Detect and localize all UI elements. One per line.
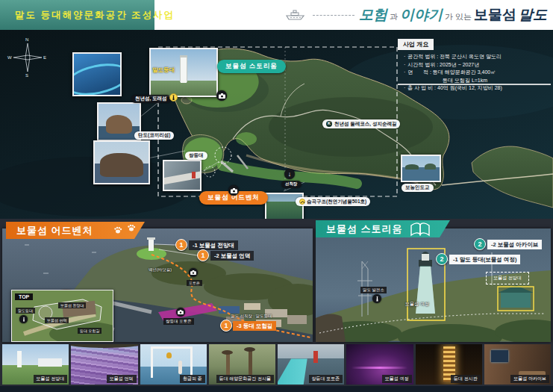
map-inset-photo-pools: [72, 52, 122, 96]
title-treasure: 보물섬: [474, 5, 516, 25]
label-journey-path: 보물섬 여정: [405, 301, 429, 308]
photo-gallery: 보물섬 전망대 보물섬 언덕 황금의 종 등대 해양문화공간 전시물: [2, 344, 551, 385]
callout-2-2-label: -2 보물섬 아카이브: [487, 240, 542, 249]
title-conn1: 과: [390, 11, 398, 22]
inset-label-trail: 등대 모험길: [78, 328, 101, 334]
inset-label-observatory: 보물섬 전망대: [58, 302, 86, 308]
pole-shape: [226, 352, 230, 376]
gallery-photo-hill-flowers: 보물섬 언덕: [71, 344, 137, 385]
adventure-banner: 보물섬 어드벤처: [6, 222, 145, 239]
fold-marker-icon: [299, 199, 305, 205]
overview-list: ·공간적 범위 : 전북 군산시 옥도면 말도리 ·시간적 범위 : 2025년…: [398, 53, 551, 93]
paw-prints-icon: [110, 223, 140, 237]
inset-label-lighthouse: 말도등대: [16, 308, 35, 314]
gallery-caption: 보물섬 여정: [382, 375, 412, 383]
storium-banner: 보물섬 스토리움: [316, 220, 450, 237]
adventure-banner-label: 보물섬 어드벤처: [16, 224, 93, 237]
compass-e: E: [43, 55, 46, 60]
overview-item: ·총 사 업 비 : 40억 원(국비 12, 지방비 28): [404, 84, 551, 93]
callout-1-2-number: 1: [197, 249, 209, 261]
label-coast-path: 백년(바닷길): [149, 267, 172, 273]
gallery-photo-golden-bell: 황금의 종: [140, 344, 207, 385]
label-twin-lighthouse: 쌍등대: [185, 152, 207, 160]
compass-s: S: [25, 73, 28, 78]
camera-icon: [216, 90, 227, 101]
overview-divider: [398, 84, 551, 85]
lighthouse-marker-icon: [169, 93, 178, 102]
overview-item: ·시간적 범위 : 2025년 ~ 2027년: [404, 61, 551, 69]
compass-n: N: [25, 37, 28, 42]
map-inset-photo-breakwater: [163, 160, 201, 191]
lighthouse-shape: [17, 351, 22, 367]
lighthouse-icon: [19, 315, 28, 323]
open-book-icon: [409, 222, 431, 237]
callout-2-2-number: 2: [474, 238, 486, 250]
dashed-line: [313, 15, 354, 16]
project-title: 말도 등대해양문화공간 조성사업: [15, 10, 175, 20]
label-facility: 말도 발전소: [360, 287, 387, 293]
footer-bar: [0, 386, 553, 392]
gallery-photo-twin-lighthouse-photozone: 쌍등대 포토존: [278, 344, 344, 385]
label-photozone: 포토존: [187, 280, 202, 286]
overview-item: ·공간적 범위 : 전북 군산시 옥도면 말도리: [404, 53, 551, 61]
camera-icon: [189, 268, 198, 277]
gallery-caption: 보물섬 언덕: [107, 375, 137, 383]
title-adventure: 모험: [359, 5, 387, 25]
adventure-photo: 1 -1 보물섬 전망대 1 -2 보물섬 언덕 백년(바닷길) 포토존 쌍등대…: [2, 228, 313, 342]
project-title-banner: 말도 등대해양문화공간 조성사업: [0, 0, 154, 30]
map-inset-photo-tando: [93, 140, 150, 184]
gallery-caption: 등대 전시관: [451, 375, 481, 383]
poster: 말도 등대해양문화공간 조성사업 모험 과 이야기 가 있는 보물섬 말도: [0, 0, 553, 392]
zone-storium: 보물섬 스토리움: [217, 60, 286, 73]
title-maldo: 말도: [519, 5, 547, 25]
gallery-photo-exhibition-hall: 등대 전시관: [416, 344, 482, 385]
label-maldo-lighthouse: 말도등대: [152, 66, 175, 74]
label-observatory-planned: 보물섬 전망대: [486, 272, 529, 284]
label-footbridge: 보농인도교: [402, 184, 434, 192]
map-inset-photo-sea-view: [401, 155, 441, 182]
person-shape: [178, 361, 182, 374]
bell-frame-shape: [151, 346, 193, 378]
gallery-caption: 보물섬 아카이브: [510, 375, 549, 383]
lower-panels: 보물섬 어드벤처: [0, 219, 553, 392]
pole-shape: [249, 350, 252, 376]
callout-1-3-label: -3 등대 모험길: [233, 321, 276, 331]
storium-banner-label: 보물섬 스토리움: [326, 223, 403, 236]
red-lighthouse-shape: [313, 351, 318, 363]
label-islets: 천년섬, 도래섬: [131, 95, 171, 103]
label-tando: 탄도(코끼리섬): [134, 131, 174, 140]
callout-1-1-label: -1 보물섬 전망대: [189, 240, 238, 250]
top-tag: TOP: [15, 293, 33, 300]
overview-item: ·면 적 : 등대 해양문화공간 3,400㎡: [404, 69, 551, 77]
title-conn2: 가 있는: [445, 11, 472, 22]
callout-2-1-label: -1 말도 등대(보물섬 여정): [449, 255, 520, 264]
compass-icon: [9, 39, 46, 76]
bell-shape: [166, 352, 172, 358]
screen-shape: [491, 350, 508, 362]
label-pier-photozone: 쌍등대 포토존: [163, 318, 194, 325]
label-dock: 선착장: [281, 181, 302, 188]
camera-icon: [176, 308, 185, 317]
gallery-caption: 쌍등대 포토존: [309, 375, 343, 383]
gallery-photo-journey-media: 보물섬 여정: [346, 344, 413, 385]
callout-1-3-number: 1: [220, 320, 232, 332]
callout-2-1-number: 2: [436, 253, 448, 265]
gallery-caption: 등대 해양문화공간 전시물: [216, 375, 274, 383]
dock-arrow-icon: ↓: [284, 169, 295, 179]
gallery-photo-observatory: 보물섬 전망대: [2, 344, 69, 385]
building-shape: [38, 358, 62, 367]
callout-1-2-label: -2 보물섬 언덕: [210, 251, 254, 261]
gallery-caption: 보물섬 전망대: [34, 375, 68, 383]
trail-badge: K: [326, 121, 332, 127]
bird-nest-shape: [222, 350, 233, 355]
gallery-photo-archive: 보물섬 아카이브: [484, 344, 551, 385]
label-route-note: 말도 선착장 : 말도등대: [231, 314, 272, 319]
ship-icon: [286, 9, 308, 21]
header: 말도 등대해양문화공간 조성사업 모험 과 이야기 가 있는 보물섬 말도: [0, 0, 553, 30]
gallery-caption: 황금의 종: [180, 375, 205, 383]
callout-1-1-number: 1: [175, 239, 187, 251]
main-title: 모험 과 이야기 가 있는 보물섬 말도: [359, 5, 547, 25]
compass-rose: N E S W: [9, 39, 46, 76]
camera-icon: [228, 185, 239, 196]
overview-label: 사업 개요: [398, 39, 434, 50]
